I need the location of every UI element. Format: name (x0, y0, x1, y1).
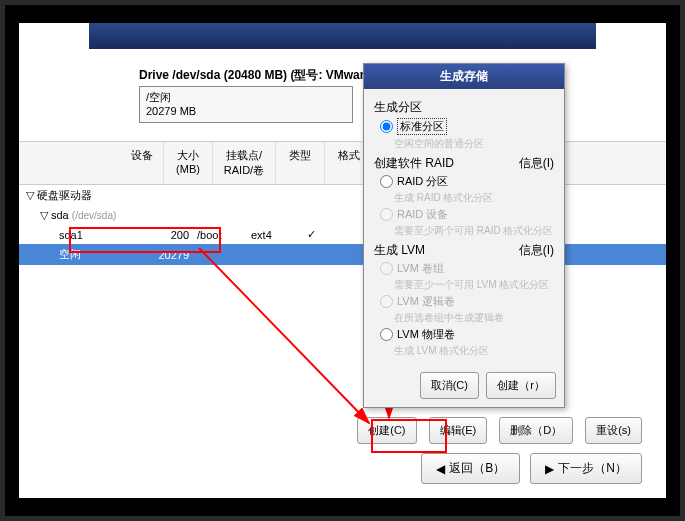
opt-lvm-pv[interactable]: LVM 物理卷 (380, 327, 554, 342)
hint-raid-dev: 需要至少两个可用 RAID 格式化分区 (394, 224, 554, 238)
col-type: 类型 (276, 142, 325, 184)
hint-lvm-pv: 生成 LVM 格式化分区 (394, 344, 554, 358)
opt-raid-device: RAID 设备 (380, 207, 554, 222)
sda1-type: ext4 (251, 229, 291, 241)
sda1-size: 200 (149, 229, 197, 241)
info-link[interactable]: 信息(I) (519, 242, 554, 259)
arrow-left-icon: ◀ (436, 462, 445, 476)
partition-table: 设备 大小 (MB) 挂载点/ RAID/卷 类型 格式 ▽硬盘驱动器 ▽sda… (19, 141, 666, 265)
dialog-create-button[interactable]: 创建（r） (486, 372, 556, 399)
info-link[interactable]: 信息(I) (519, 155, 554, 172)
radio-lvm-vg (380, 262, 393, 275)
radio-standard[interactable] (380, 120, 393, 133)
back-button[interactable]: ◀返回（B） (421, 453, 520, 484)
col-device: 设备 (19, 142, 164, 184)
drive-free-size: 20279 MB (146, 104, 346, 118)
free-size: 20279 (149, 249, 197, 261)
delete-button[interactable]: 删除（D） (499, 417, 573, 444)
hint-lvm-vg: 需要至少一个可用 LVM 格式化分区 (394, 278, 554, 292)
opt-raid-partition[interactable]: RAID 分区 (380, 174, 554, 189)
radio-lvm-lv (380, 295, 393, 308)
radio-raid-part[interactable] (380, 175, 393, 188)
row-hdd-group[interactable]: ▽硬盘驱动器 (19, 185, 666, 206)
expand-icon: ▽ (39, 209, 49, 222)
installer-titlebar (89, 23, 596, 49)
reset-button[interactable]: 重设(s) (585, 417, 642, 444)
section-lvm: 生成 LVM (374, 242, 425, 259)
opt-lvm-lv: LVM 逻辑卷 (380, 294, 554, 309)
col-mount: 挂载点/ RAID/卷 (213, 142, 276, 184)
drive-free-label: /空闲 (146, 90, 346, 104)
create-storage-dialog: 生成存储 生成分区 标准分区 空闲空间的普通分区 创建软件 RAID信息(I) … (363, 63, 565, 408)
opt-standard-partition[interactable]: 标准分区 (380, 118, 554, 135)
radio-raid-dev (380, 208, 393, 221)
section-raid: 创建软件 RAID (374, 155, 454, 172)
sda1-mount: /boot (197, 229, 251, 241)
hint-lvm-lv: 在所选卷组中生成逻辑卷 (394, 311, 554, 325)
svg-line-0 (199, 248, 369, 423)
col-size: 大小 (MB) (164, 142, 213, 184)
expand-icon: ▽ (25, 189, 35, 202)
create-button[interactable]: 创建(C) (357, 417, 416, 444)
dialog-title: 生成存储 (364, 64, 564, 89)
hint-standard: 空闲空间的普通分区 (394, 137, 554, 151)
section-partition: 生成分区 (374, 99, 422, 116)
free-name: 空闲 (59, 247, 149, 262)
radio-lvm-pv[interactable] (380, 328, 393, 341)
dialog-cancel-button[interactable]: 取消(C) (420, 372, 479, 399)
next-button[interactable]: ▶下一步（N） (530, 453, 642, 484)
row-sda[interactable]: ▽sda (/dev/sda) (19, 206, 666, 225)
hint-raid-part: 生成 RAID 格式化分区 (394, 191, 554, 205)
hdd-group-label: 硬盘驱动器 (37, 189, 92, 201)
arrow-right-icon: ▶ (545, 462, 554, 476)
sda1-name: sda1 (59, 229, 149, 241)
sda1-fmt: ✓ (291, 228, 331, 241)
edit-button[interactable]: 编辑(E) (429, 417, 488, 444)
opt-lvm-vg: LVM 卷组 (380, 261, 554, 276)
row-free[interactable]: 空闲 20279 (19, 244, 666, 265)
sda-label: sda (51, 209, 69, 221)
sda-hint: (/dev/sda) (72, 210, 116, 221)
row-sda1[interactable]: sda1 200 /boot ext4 ✓ (19, 225, 666, 244)
